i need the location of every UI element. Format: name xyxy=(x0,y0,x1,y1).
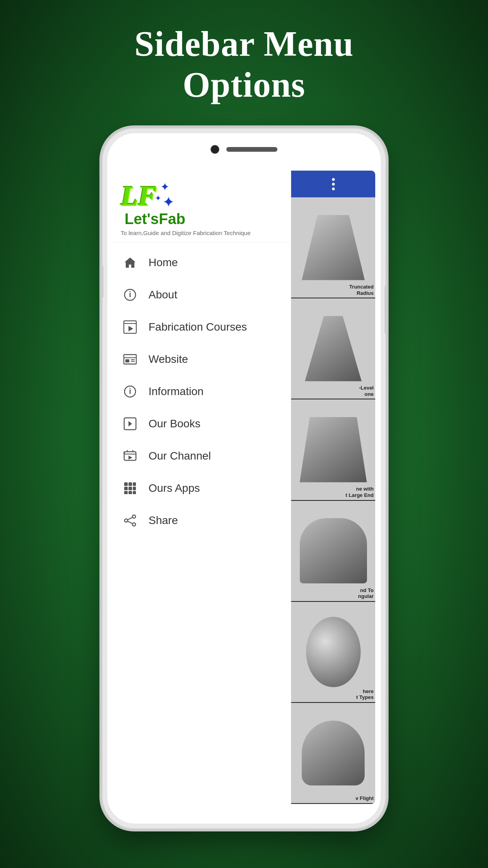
dot-1 xyxy=(332,178,335,181)
star-icon-3: ✦ xyxy=(162,193,175,211)
content-card-round-rect[interactable]: nd To ngular xyxy=(291,501,375,602)
sidebar-item-home[interactable]: Home xyxy=(113,246,291,279)
apps-icon xyxy=(123,481,138,496)
shape-truncated xyxy=(302,215,365,280)
sidebar-item-information-label: Information xyxy=(149,385,204,398)
shape-flight xyxy=(302,721,365,786)
sidebar-item-apps-label: Ours Apps xyxy=(149,482,200,495)
speaker-grille xyxy=(226,147,277,152)
shape-level-cone xyxy=(302,316,365,381)
svg-text:i: i xyxy=(129,387,131,395)
svg-rect-7 xyxy=(125,359,129,362)
phone-mockup: LF ✦ ✦ ✦ Let'sFab xyxy=(103,129,385,828)
more-options-button[interactable] xyxy=(332,178,335,190)
svg-rect-28 xyxy=(133,491,136,494)
svg-rect-20 xyxy=(124,482,128,486)
menu-list: Home i About xyxy=(113,243,291,804)
sidebar-item-channel-label: Our Channel xyxy=(149,450,211,462)
svg-point-29 xyxy=(132,515,136,518)
share-icon xyxy=(123,513,138,528)
logo-brand-name: Let'sFab xyxy=(125,211,185,228)
star-icon-1: ✦ xyxy=(160,180,169,193)
svg-rect-26 xyxy=(124,491,128,494)
svg-rect-25 xyxy=(133,487,136,490)
logo-stars-group: ✦ ✦ ✦ xyxy=(155,180,175,211)
sidebar-item-books-label: Our Books xyxy=(149,417,200,430)
power-button xyxy=(385,286,385,333)
channel-icon xyxy=(123,449,138,463)
sidebar-item-courses-label: Fabrication Courses xyxy=(149,321,247,333)
information-icon: i xyxy=(123,384,138,399)
card-label-flight: v Flight xyxy=(356,795,374,802)
svg-point-31 xyxy=(132,523,136,526)
svg-line-32 xyxy=(128,517,132,520)
content-card-cone-large[interactable]: ne with t Large End xyxy=(291,399,375,500)
website-icon xyxy=(123,352,138,367)
dot-3 xyxy=(332,188,335,190)
sidebar-item-information[interactable]: i Information xyxy=(113,375,291,408)
svg-marker-19 xyxy=(128,456,132,460)
content-cards-list: Truncated Radius -Level one xyxy=(291,197,375,804)
about-icon: i xyxy=(123,287,138,302)
svg-rect-24 xyxy=(128,487,132,490)
sidebar-item-fabrication-courses[interactable]: Fabrication Courses xyxy=(113,311,291,343)
card-label-sphere: here t Types xyxy=(356,688,374,701)
card-label-level-cone: -Level one xyxy=(359,385,374,397)
content-card-truncated[interactable]: Truncated Radius xyxy=(291,197,375,298)
sidebar-item-about[interactable]: i About xyxy=(113,279,291,311)
phone-top-bar xyxy=(211,145,277,154)
card-label-cone-large: ne with t Large End xyxy=(345,486,374,498)
home-icon xyxy=(123,255,138,270)
card-label-round-rect: nd To ngular xyxy=(358,587,374,600)
content-card-flight[interactable]: v Flight xyxy=(291,703,375,804)
right-content-panel: Truncated Radius -Level one xyxy=(291,171,375,804)
sidebar-item-home-label: Home xyxy=(149,256,178,269)
sidebar-item-website[interactable]: Website xyxy=(113,343,291,375)
svg-rect-22 xyxy=(133,482,136,486)
top-action-bar xyxy=(291,171,375,197)
logo-lf-text: LF xyxy=(121,182,157,210)
content-card-sphere[interactable]: here t Types xyxy=(291,602,375,703)
content-card-level-cone[interactable]: -Level one xyxy=(291,298,375,399)
logo-tagline: To learn,Guide and Digitize Fabrication … xyxy=(121,230,251,236)
shape-round-rect xyxy=(300,518,367,583)
front-camera xyxy=(211,145,219,154)
svg-marker-13 xyxy=(128,421,132,427)
books-icon xyxy=(123,416,138,431)
svg-rect-21 xyxy=(128,482,132,486)
dot-2 xyxy=(332,183,335,186)
logo-area: LF ✦ ✦ ✦ Let'sFab xyxy=(113,171,291,243)
volume-button xyxy=(103,266,103,298)
svg-text:i: i xyxy=(129,290,131,299)
sidebar-item-about-label: About xyxy=(149,289,177,301)
svg-rect-23 xyxy=(124,487,128,490)
phone-screen: LF ✦ ✦ ✦ Let'sFab xyxy=(113,171,375,804)
svg-rect-27 xyxy=(128,491,132,494)
sidebar-item-our-books[interactable]: Our Books xyxy=(113,408,291,440)
sidebar-item-share[interactable]: Share xyxy=(113,504,291,537)
sidebar-item-website-label: Website xyxy=(149,353,188,366)
sidebar-item-share-label: Share xyxy=(149,514,178,527)
svg-point-30 xyxy=(125,519,128,522)
courses-icon xyxy=(123,320,138,335)
card-label-truncated: Truncated Radius xyxy=(349,284,374,296)
sidebar-item-our-channel[interactable]: Our Channel xyxy=(113,440,291,472)
svg-marker-4 xyxy=(128,326,133,331)
page-title: Sidebar Menu Options xyxy=(134,24,354,105)
svg-line-33 xyxy=(128,521,132,524)
sidebar-menu: LF ✦ ✦ ✦ Let'sFab xyxy=(113,171,291,804)
shape-cone-large xyxy=(300,417,367,482)
sidebar-item-ours-apps[interactable]: Ours Apps xyxy=(113,472,291,504)
star-icon-2: ✦ xyxy=(155,193,161,211)
svg-rect-14 xyxy=(124,452,136,460)
shape-sphere xyxy=(306,617,361,687)
